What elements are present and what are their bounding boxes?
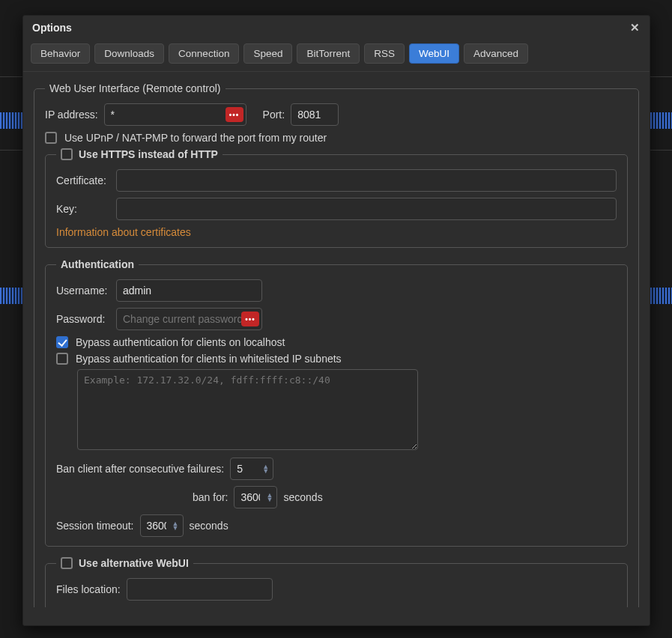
upnp-label: Use UPnP / NAT-PMP to forward the port f… bbox=[64, 132, 327, 144]
username-input[interactable] bbox=[116, 279, 262, 302]
options-dialog: Options ✕ Behavior Downloads Connection … bbox=[22, 15, 650, 626]
files-location-label: Files location: bbox=[56, 583, 121, 595]
bypass-whitelist-checkbox[interactable] bbox=[56, 353, 68, 365]
files-location-input[interactable] bbox=[127, 578, 273, 601]
tab-advanced[interactable]: Advanced bbox=[464, 43, 528, 64]
dialog-title: Options bbox=[32, 22, 72, 34]
https-checkbox[interactable] bbox=[61, 148, 73, 160]
upnp-checkbox[interactable] bbox=[45, 132, 57, 144]
stepper-icon[interactable]: ▲▼ bbox=[262, 464, 269, 473]
tabbar: Behavior Downloads Connection Speed BitT… bbox=[23, 40, 650, 72]
key-input[interactable] bbox=[116, 198, 617, 220]
password-manager-icon[interactable]: ••• bbox=[241, 312, 259, 326]
alt-webui-checkbox[interactable] bbox=[61, 557, 73, 569]
webui-section-legend: Web User Interface (Remote control) bbox=[45, 82, 225, 94]
auth-legend-label: Authentication bbox=[61, 258, 134, 270]
close-icon[interactable]: ✕ bbox=[629, 22, 641, 34]
bypass-localhost-label: Bypass authentication for clients on loc… bbox=[76, 336, 285, 348]
ip-address-label: IP address: bbox=[45, 109, 98, 121]
tab-downloads[interactable]: Downloads bbox=[94, 43, 164, 64]
dialog-footer bbox=[23, 607, 650, 625]
tab-bittorrent[interactable]: BitTorrent bbox=[297, 43, 360, 64]
https-legend-label: Use HTTPS instead of HTTP bbox=[79, 148, 218, 160]
port-label: Port: bbox=[263, 109, 285, 121]
key-label: Key: bbox=[56, 203, 110, 215]
bypass-whitelist-label: Bypass authentication for clients in whi… bbox=[76, 353, 342, 365]
stepper-icon[interactable]: ▲▼ bbox=[172, 521, 179, 530]
certificate-input[interactable] bbox=[116, 169, 617, 192]
tab-rss[interactable]: RSS bbox=[364, 43, 405, 64]
password-label: Password: bbox=[56, 313, 110, 325]
auth-legend: Authentication bbox=[56, 258, 139, 270]
tab-connection[interactable]: Connection bbox=[169, 43, 239, 64]
cert-info-link[interactable]: Information about certificates bbox=[56, 226, 191, 238]
stepper-icon[interactable]: ▲▼ bbox=[267, 493, 273, 502]
dialog-titlebar: Options ✕ bbox=[23, 16, 650, 40]
port-input[interactable] bbox=[291, 103, 339, 126]
bypass-localhost-checkbox[interactable] bbox=[56, 336, 68, 348]
auth-section: Authentication Username: Password: ••• B… bbox=[45, 258, 628, 547]
alt-webui-legend-label: Use alternative WebUI bbox=[79, 557, 189, 569]
password-input[interactable] bbox=[116, 308, 262, 330]
username-label: Username: bbox=[56, 285, 110, 297]
whitelist-textarea[interactable] bbox=[77, 369, 418, 450]
password-manager-icon[interactable]: ••• bbox=[225, 107, 243, 122]
certificate-label: Certificate: bbox=[56, 174, 110, 186]
ban-after-label: Ban client after consecutive failures: bbox=[56, 463, 224, 475]
session-timeout-suffix: seconds bbox=[190, 520, 228, 532]
ban-for-suffix: seconds bbox=[283, 491, 322, 503]
session-timeout-label: Session timeout: bbox=[56, 520, 134, 532]
ban-for-label: ban for: bbox=[193, 491, 228, 503]
alt-webui-section: Use alternative WebUI Files location: bbox=[45, 557, 628, 607]
tab-webui[interactable]: WebUI bbox=[409, 43, 459, 64]
content-pane: Web User Interface (Remote control) IP a… bbox=[23, 72, 650, 607]
https-section: Use HTTPS instead of HTTP Certificate: K… bbox=[45, 148, 628, 248]
webui-section: Web User Interface (Remote control) IP a… bbox=[34, 82, 639, 607]
tab-behavior[interactable]: Behavior bbox=[31, 43, 90, 64]
tab-speed[interactable]: Speed bbox=[243, 43, 292, 64]
